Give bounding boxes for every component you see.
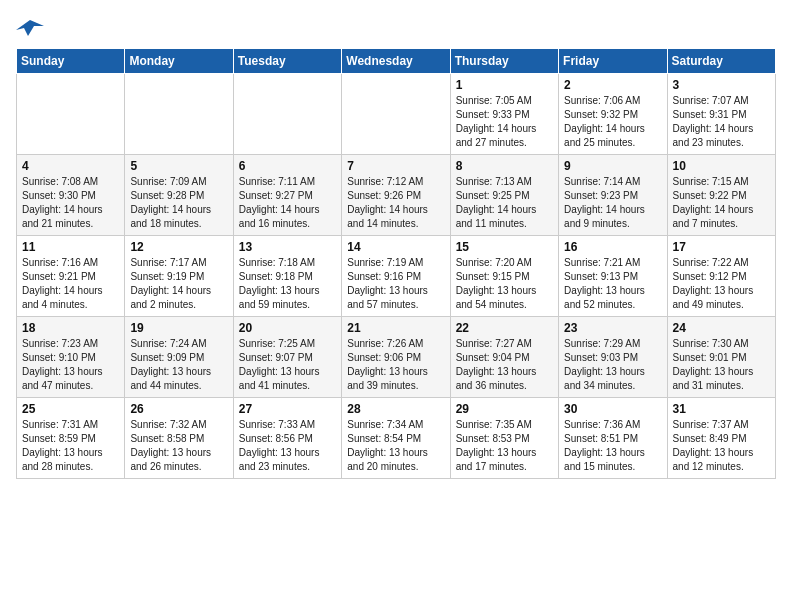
header-row: SundayMondayTuesdayWednesdayThursdayFrid…: [17, 49, 776, 74]
calendar-cell: [17, 74, 125, 155]
day-number: 27: [239, 402, 336, 416]
calendar-cell: 28Sunrise: 7:34 AM Sunset: 8:54 PM Dayli…: [342, 398, 450, 479]
calendar-cell: 20Sunrise: 7:25 AM Sunset: 9:07 PM Dayli…: [233, 317, 341, 398]
day-number: 18: [22, 321, 119, 335]
day-number: 14: [347, 240, 444, 254]
calendar-week-1: 4Sunrise: 7:08 AM Sunset: 9:30 PM Daylig…: [17, 155, 776, 236]
day-number: 22: [456, 321, 553, 335]
calendar-cell: 14Sunrise: 7:19 AM Sunset: 9:16 PM Dayli…: [342, 236, 450, 317]
day-number: 12: [130, 240, 227, 254]
calendar-cell: 17Sunrise: 7:22 AM Sunset: 9:12 PM Dayli…: [667, 236, 775, 317]
page-header: [16, 16, 776, 40]
calendar-cell: 13Sunrise: 7:18 AM Sunset: 9:18 PM Dayli…: [233, 236, 341, 317]
day-info: Sunrise: 7:25 AM Sunset: 9:07 PM Dayligh…: [239, 337, 336, 393]
logo-icon: [16, 16, 44, 40]
calendar-table: SundayMondayTuesdayWednesdayThursdayFrid…: [16, 48, 776, 479]
day-info: Sunrise: 7:29 AM Sunset: 9:03 PM Dayligh…: [564, 337, 661, 393]
day-number: 11: [22, 240, 119, 254]
day-info: Sunrise: 7:11 AM Sunset: 9:27 PM Dayligh…: [239, 175, 336, 231]
calendar-cell: 1Sunrise: 7:05 AM Sunset: 9:33 PM Daylig…: [450, 74, 558, 155]
day-number: 20: [239, 321, 336, 335]
calendar-cell: [342, 74, 450, 155]
day-info: Sunrise: 7:18 AM Sunset: 9:18 PM Dayligh…: [239, 256, 336, 312]
calendar-cell: 12Sunrise: 7:17 AM Sunset: 9:19 PM Dayli…: [125, 236, 233, 317]
calendar-week-3: 18Sunrise: 7:23 AM Sunset: 9:10 PM Dayli…: [17, 317, 776, 398]
day-header-friday: Friday: [559, 49, 667, 74]
day-info: Sunrise: 7:37 AM Sunset: 8:49 PM Dayligh…: [673, 418, 770, 474]
day-info: Sunrise: 7:23 AM Sunset: 9:10 PM Dayligh…: [22, 337, 119, 393]
day-number: 8: [456, 159, 553, 173]
day-number: 29: [456, 402, 553, 416]
day-info: Sunrise: 7:13 AM Sunset: 9:25 PM Dayligh…: [456, 175, 553, 231]
day-header-wednesday: Wednesday: [342, 49, 450, 74]
day-info: Sunrise: 7:15 AM Sunset: 9:22 PM Dayligh…: [673, 175, 770, 231]
day-info: Sunrise: 7:08 AM Sunset: 9:30 PM Dayligh…: [22, 175, 119, 231]
calendar-cell: 18Sunrise: 7:23 AM Sunset: 9:10 PM Dayli…: [17, 317, 125, 398]
day-number: 25: [22, 402, 119, 416]
calendar-cell: 9Sunrise: 7:14 AM Sunset: 9:23 PM Daylig…: [559, 155, 667, 236]
day-info: Sunrise: 7:32 AM Sunset: 8:58 PM Dayligh…: [130, 418, 227, 474]
calendar-cell: 24Sunrise: 7:30 AM Sunset: 9:01 PM Dayli…: [667, 317, 775, 398]
day-info: Sunrise: 7:31 AM Sunset: 8:59 PM Dayligh…: [22, 418, 119, 474]
day-info: Sunrise: 7:06 AM Sunset: 9:32 PM Dayligh…: [564, 94, 661, 150]
calendar-cell: 8Sunrise: 7:13 AM Sunset: 9:25 PM Daylig…: [450, 155, 558, 236]
calendar-week-4: 25Sunrise: 7:31 AM Sunset: 8:59 PM Dayli…: [17, 398, 776, 479]
day-number: 30: [564, 402, 661, 416]
day-info: Sunrise: 7:09 AM Sunset: 9:28 PM Dayligh…: [130, 175, 227, 231]
calendar-cell: 5Sunrise: 7:09 AM Sunset: 9:28 PM Daylig…: [125, 155, 233, 236]
day-info: Sunrise: 7:17 AM Sunset: 9:19 PM Dayligh…: [130, 256, 227, 312]
calendar-cell: 21Sunrise: 7:26 AM Sunset: 9:06 PM Dayli…: [342, 317, 450, 398]
svg-marker-0: [16, 20, 44, 36]
day-info: Sunrise: 7:36 AM Sunset: 8:51 PM Dayligh…: [564, 418, 661, 474]
day-info: Sunrise: 7:12 AM Sunset: 9:26 PM Dayligh…: [347, 175, 444, 231]
day-info: Sunrise: 7:16 AM Sunset: 9:21 PM Dayligh…: [22, 256, 119, 312]
calendar-cell: [125, 74, 233, 155]
calendar-cell: 22Sunrise: 7:27 AM Sunset: 9:04 PM Dayli…: [450, 317, 558, 398]
calendar-cell: 3Sunrise: 7:07 AM Sunset: 9:31 PM Daylig…: [667, 74, 775, 155]
calendar-cell: 29Sunrise: 7:35 AM Sunset: 8:53 PM Dayli…: [450, 398, 558, 479]
day-info: Sunrise: 7:14 AM Sunset: 9:23 PM Dayligh…: [564, 175, 661, 231]
day-number: 19: [130, 321, 227, 335]
day-info: Sunrise: 7:22 AM Sunset: 9:12 PM Dayligh…: [673, 256, 770, 312]
logo: [16, 16, 48, 40]
day-header-tuesday: Tuesday: [233, 49, 341, 74]
day-number: 5: [130, 159, 227, 173]
day-info: Sunrise: 7:07 AM Sunset: 9:31 PM Dayligh…: [673, 94, 770, 150]
calendar-cell: 10Sunrise: 7:15 AM Sunset: 9:22 PM Dayli…: [667, 155, 775, 236]
day-info: Sunrise: 7:20 AM Sunset: 9:15 PM Dayligh…: [456, 256, 553, 312]
calendar-week-0: 1Sunrise: 7:05 AM Sunset: 9:33 PM Daylig…: [17, 74, 776, 155]
calendar-cell: 19Sunrise: 7:24 AM Sunset: 9:09 PM Dayli…: [125, 317, 233, 398]
day-number: 1: [456, 78, 553, 92]
day-number: 3: [673, 78, 770, 92]
day-info: Sunrise: 7:24 AM Sunset: 9:09 PM Dayligh…: [130, 337, 227, 393]
day-number: 2: [564, 78, 661, 92]
calendar-header: SundayMondayTuesdayWednesdayThursdayFrid…: [17, 49, 776, 74]
calendar-body: 1Sunrise: 7:05 AM Sunset: 9:33 PM Daylig…: [17, 74, 776, 479]
day-header-monday: Monday: [125, 49, 233, 74]
day-header-saturday: Saturday: [667, 49, 775, 74]
day-number: 26: [130, 402, 227, 416]
calendar-cell: 11Sunrise: 7:16 AM Sunset: 9:21 PM Dayli…: [17, 236, 125, 317]
calendar-cell: 27Sunrise: 7:33 AM Sunset: 8:56 PM Dayli…: [233, 398, 341, 479]
calendar-cell: 6Sunrise: 7:11 AM Sunset: 9:27 PM Daylig…: [233, 155, 341, 236]
calendar-cell: 4Sunrise: 7:08 AM Sunset: 9:30 PM Daylig…: [17, 155, 125, 236]
day-info: Sunrise: 7:34 AM Sunset: 8:54 PM Dayligh…: [347, 418, 444, 474]
day-number: 24: [673, 321, 770, 335]
calendar-cell: 15Sunrise: 7:20 AM Sunset: 9:15 PM Dayli…: [450, 236, 558, 317]
day-info: Sunrise: 7:19 AM Sunset: 9:16 PM Dayligh…: [347, 256, 444, 312]
calendar-cell: 31Sunrise: 7:37 AM Sunset: 8:49 PM Dayli…: [667, 398, 775, 479]
day-info: Sunrise: 7:26 AM Sunset: 9:06 PM Dayligh…: [347, 337, 444, 393]
day-info: Sunrise: 7:33 AM Sunset: 8:56 PM Dayligh…: [239, 418, 336, 474]
calendar-cell: 2Sunrise: 7:06 AM Sunset: 9:32 PM Daylig…: [559, 74, 667, 155]
calendar-cell: 30Sunrise: 7:36 AM Sunset: 8:51 PM Dayli…: [559, 398, 667, 479]
calendar-cell: [233, 74, 341, 155]
day-number: 6: [239, 159, 336, 173]
day-number: 28: [347, 402, 444, 416]
day-number: 13: [239, 240, 336, 254]
day-number: 21: [347, 321, 444, 335]
day-info: Sunrise: 7:35 AM Sunset: 8:53 PM Dayligh…: [456, 418, 553, 474]
day-header-sunday: Sunday: [17, 49, 125, 74]
day-number: 17: [673, 240, 770, 254]
day-number: 16: [564, 240, 661, 254]
day-info: Sunrise: 7:27 AM Sunset: 9:04 PM Dayligh…: [456, 337, 553, 393]
